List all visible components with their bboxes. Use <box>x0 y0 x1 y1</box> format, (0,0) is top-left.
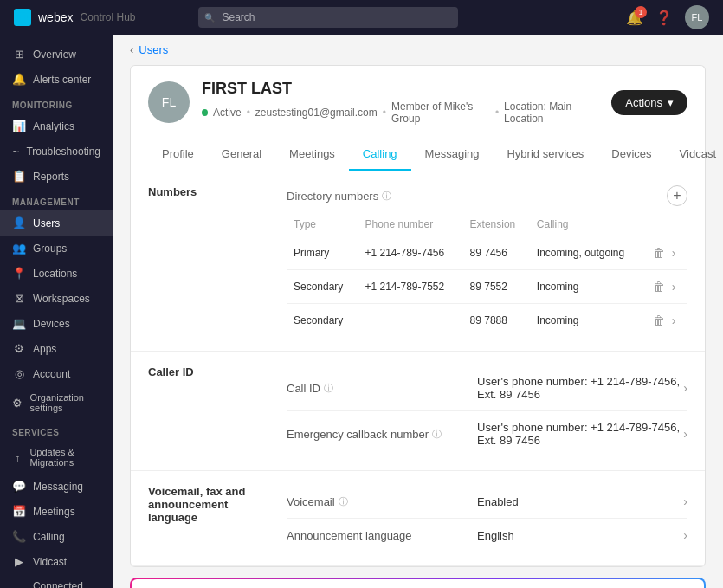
help-button[interactable]: ❓ <box>655 10 673 26</box>
sidebar-label-users: Users <box>33 217 60 229</box>
user-location: Location: Main Location <box>504 100 599 125</box>
tab-devices[interactable]: Devices <box>597 139 665 171</box>
sidebar-label-locations: Locations <box>33 268 77 280</box>
call-id-info-icon[interactable]: ⓘ <box>324 382 333 395</box>
search-input[interactable] <box>198 7 458 28</box>
breadcrumb-back-icon[interactable]: ‹ <box>130 43 133 56</box>
table-row: Secondary 89 7888 Incoming 🗑 › <box>287 304 687 338</box>
search-bar[interactable] <box>198 7 458 28</box>
user-name: FIRST LAST <box>202 80 599 98</box>
sidebar-label-overview: Overview <box>33 48 76 61</box>
notifications-button[interactable]: 🔔 1 <box>626 10 643 26</box>
sidebar-item-groups[interactable]: 👥 Groups <box>0 236 113 261</box>
sidebar-item-alerts[interactable]: 🔔 Alerts center <box>0 67 113 92</box>
tab-hybrid-services[interactable]: Hybrid services <box>493 139 597 171</box>
directory-numbers-label: Directory numbers ⓘ <box>287 190 391 203</box>
announcement-label: Announcement language <box>287 529 477 542</box>
numbers-table: Type Phone number Extension Calling Prim… <box>287 213 687 337</box>
tab-general[interactable]: General <box>208 139 275 171</box>
main-layout: ⊞ Overview 🔔 Alerts center MONITORING 📊 … <box>0 35 723 588</box>
sidebar-item-connected-uc[interactable]: ⊕ Connected UC <box>0 574 113 588</box>
actions-chevron-icon: ▾ <box>668 96 674 109</box>
sidebar-label-calling: Calling <box>33 531 65 543</box>
delete-row2-button[interactable]: 🗑 <box>651 278 667 295</box>
sidebar-item-reports[interactable]: 📋 Reports <box>0 164 113 189</box>
app-name: webex <box>38 10 73 24</box>
alert-icon: 🔔 <box>12 73 26 86</box>
top-navigation: webex Control Hub 🔔 1 ❓ FL <box>0 0 723 35</box>
delete-row3-button[interactable]: 🗑 <box>651 312 667 329</box>
col-phone: Phone number <box>358 213 462 236</box>
voicemail-section: Voicemail, fax and announcement language… <box>131 471 705 566</box>
content-area: Numbers Directory numbers ⓘ + Type <box>130 171 706 567</box>
row3-phone <box>358 304 462 338</box>
row3-calling: Incoming <box>530 304 644 338</box>
svg-point-1 <box>20 15 25 20</box>
sidebar-item-workspaces[interactable]: ⊠ Workspaces <box>0 286 113 311</box>
user-group: Member of Mike's Group <box>391 100 490 125</box>
tab-calling[interactable]: Calling <box>349 139 411 171</box>
sidebar-item-vidcast[interactable]: ▶ Vidcast <box>0 549 113 574</box>
report-icon: 📋 <box>12 170 26 183</box>
tab-profile[interactable]: Profile <box>148 139 208 171</box>
sidebar-item-updates[interactable]: ↑ Updates & Migrations <box>0 441 113 474</box>
delete-row1-button[interactable]: 🗑 <box>651 244 667 262</box>
sidebar-section-management: MANAGEMENT <box>0 189 113 210</box>
emergency-info-icon[interactable]: ⓘ <box>432 428 442 441</box>
sidebar-item-apps[interactable]: ⚙ Apps <box>0 336 113 361</box>
sidebar-item-meetings[interactable]: 📅 Meetings <box>0 499 113 524</box>
dir-info-icon[interactable]: ⓘ <box>382 190 391 203</box>
row1-phone: +1 214-789-7456 <box>358 236 462 270</box>
meetings-icon: 📅 <box>12 505 26 518</box>
sidebar-item-devices[interactable]: 💻 Devices <box>0 311 113 336</box>
voicemail-section-content: Voicemail ⓘ Enabled › Announcement langu… <box>287 485 687 552</box>
row2-chevron-icon[interactable]: › <box>672 280 676 294</box>
row3-type: Secondary <box>287 304 358 338</box>
numbers-section-content: Directory numbers ⓘ + Type Phone number … <box>287 185 687 337</box>
caller-id-section: Caller ID Call ID ⓘ User's phone number:… <box>131 352 705 471</box>
announcement-chevron-icon[interactable]: › <box>683 528 687 542</box>
apps-icon: ⚙ <box>12 342 26 355</box>
numbers-section-title: Numbers <box>148 185 269 337</box>
row1-chevron-icon[interactable]: › <box>672 246 676 260</box>
sidebar-section-monitoring: MONITORING <box>0 92 113 113</box>
caller-id-title: Caller ID <box>148 365 269 456</box>
call-id-chevron-icon[interactable]: › <box>683 381 687 395</box>
add-number-button[interactable]: + <box>667 185 687 206</box>
row3-chevron-icon[interactable]: › <box>672 313 676 327</box>
emergency-chevron-icon[interactable]: › <box>683 427 687 441</box>
voicemail-info-icon[interactable]: ⓘ <box>339 495 348 508</box>
sidebar-item-troubleshooting[interactable]: ~ Troubleshooting <box>0 139 113 164</box>
sidebar-item-locations[interactable]: 📍 Locations <box>0 261 113 286</box>
tab-messaging[interactable]: Messaging <box>411 139 494 171</box>
row2-type: Secondary <box>287 270 358 304</box>
sidebar-item-overview[interactable]: ⊞ Overview <box>0 42 113 67</box>
announcement-value: English <box>477 529 683 542</box>
sidebar-label-troubleshooting: Troubleshooting <box>26 145 100 158</box>
help-icon: ❓ <box>655 10 673 25</box>
device-icon: 💻 <box>12 317 26 330</box>
vidcast-icon: ▶ <box>12 555 26 568</box>
tabs-bar: Profile General Meetings Calling Messagi… <box>130 139 706 171</box>
moh-section: Music on Hold Play music when a call is … <box>132 579 704 588</box>
tab-vidcast[interactable]: Vidcast <box>666 139 723 171</box>
sidebar-item-account[interactable]: ◎ Account <box>0 361 113 386</box>
breadcrumb: ‹ Users <box>113 35 723 65</box>
user-meta: Active • zeustesting01@gmail.com • Membe… <box>202 100 599 125</box>
col-calling: Calling <box>530 213 644 236</box>
row3-actions: 🗑 › <box>644 304 687 338</box>
sidebar-item-users[interactable]: 👤 Users <box>0 210 113 236</box>
breadcrumb-users-link[interactable]: Users <box>139 43 168 56</box>
account-icon: ◎ <box>12 367 26 380</box>
sidebar-item-analytics[interactable]: 📊 Analytics <box>0 113 113 139</box>
user-avatar-nav[interactable]: FL <box>685 5 709 29</box>
actions-button[interactable]: Actions ▾ <box>611 90 687 115</box>
tab-meetings[interactable]: Meetings <box>275 139 349 171</box>
sidebar-item-org-settings[interactable]: ⚙ Organization settings <box>0 386 113 419</box>
sidebar-item-messaging[interactable]: 💬 Messaging <box>0 474 113 499</box>
sidebar-item-calling[interactable]: 📞 Calling <box>0 524 113 549</box>
workspace-icon: ⊠ <box>12 292 26 305</box>
voicemail-chevron-icon[interactable]: › <box>683 494 687 508</box>
actions-label: Actions <box>625 96 662 109</box>
sidebar-label-apps: Apps <box>33 343 56 355</box>
